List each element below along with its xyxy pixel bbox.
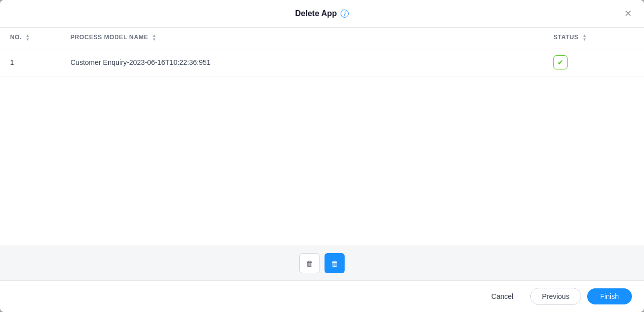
cancel-button[interactable]: Cancel (480, 288, 525, 304)
col-status-label: STATUS (553, 34, 579, 41)
previous-button[interactable]: Previous (530, 288, 581, 305)
delete-app-modal: Delete App i ✕ NO. ▲ ▼ (0, 0, 644, 312)
sort-no-icon[interactable]: ▲ ▼ (26, 34, 30, 42)
modal-title: Delete App i (295, 9, 349, 18)
modal-overlay: Delete App i ✕ NO. ▲ ▼ (0, 0, 644, 312)
info-icon[interactable]: i (341, 10, 349, 18)
col-header-status[interactable]: STATUS ▲ ▼ (543, 28, 644, 48)
col-no-label: NO. (10, 34, 22, 41)
process-table: NO. ▲ ▼ PROCESS MODEL NAME ▲ ▼ (0, 28, 644, 77)
col-header-no[interactable]: NO. ▲ ▼ (0, 28, 60, 48)
icon-bar: 🗑 🗑 (0, 246, 644, 280)
col-name-label: PROCESS MODEL NAME (70, 34, 148, 41)
col-header-name[interactable]: PROCESS MODEL NAME ▲ ▼ (60, 28, 543, 48)
table-header-row: NO. ▲ ▼ PROCESS MODEL NAME ▲ ▼ (0, 28, 644, 48)
modal-title-text: Delete App (295, 9, 337, 18)
cell-name: Customer Enquiry-2023-06-16T10:22:36:951 (60, 48, 543, 77)
sort-status-icon[interactable]: ▲ ▼ (583, 34, 587, 42)
table-row: 1Customer Enquiry-2023-06-16T10:22:36:95… (0, 48, 644, 77)
close-icon[interactable]: ✕ (622, 7, 634, 20)
sort-name-icon[interactable]: ▲ ▼ (152, 34, 157, 42)
trash-filled-button[interactable]: 🗑 (325, 253, 345, 273)
modal-header: Delete App i ✕ (0, 0, 644, 28)
trash-filled-icon: 🗑 (331, 259, 339, 268)
cell-status: ✔ (543, 48, 644, 77)
trash-outline-icon: 🗑 (306, 259, 313, 268)
cell-no: 1 (0, 48, 60, 77)
modal-body: NO. ▲ ▼ PROCESS MODEL NAME ▲ ▼ (0, 28, 644, 280)
finish-button[interactable]: Finish (587, 288, 632, 304)
status-badge: ✔ (553, 55, 568, 69)
modal-footer: Cancel Previous Finish (0, 280, 644, 312)
check-icon: ✔ (557, 58, 564, 66)
table-container: NO. ▲ ▼ PROCESS MODEL NAME ▲ ▼ (0, 28, 644, 246)
trash-outline-button[interactable]: 🗑 (299, 253, 319, 273)
